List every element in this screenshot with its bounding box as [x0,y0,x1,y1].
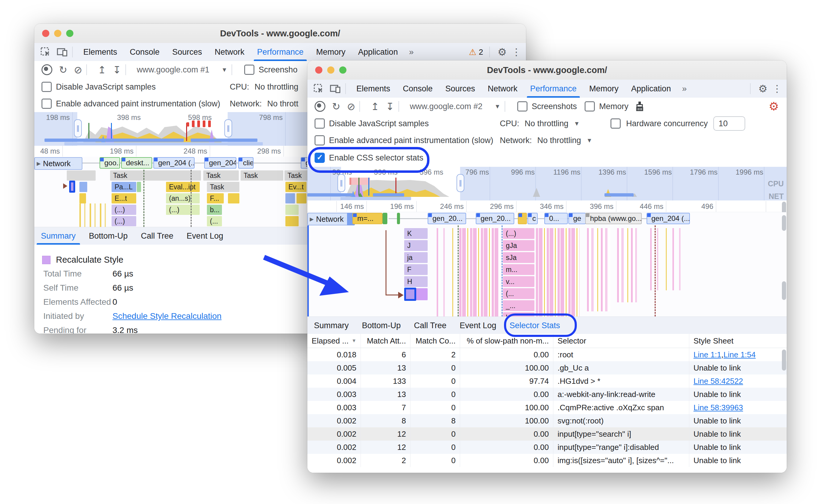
flame-block[interactable]: E...t [112,193,136,204]
bottom-tab-event-log[interactable]: Event Log [453,317,503,334]
close-button[interactable] [315,67,322,74]
paint-instrumentation-checkbox[interactable]: Enable advanced paint instrumentation (s… [41,99,220,109]
flame-block[interactable]: (...) [112,205,136,215]
tab-network[interactable]: Network [208,43,251,61]
network-request-pill[interactable] [518,213,527,224]
column-header-selector[interactable]: Selector [553,334,689,348]
paint-instrumentation-checkbox[interactable]: Enable advanced paint instrumentation (s… [315,135,493,145]
clear-icon[interactable]: ⊘ [74,65,82,75]
flame-block[interactable]: H [404,276,428,287]
cpu-throttle-select[interactable]: CPU: No throttling ▼ [500,119,580,128]
upload-profile-icon[interactable]: ↥ [371,102,379,112]
flame-block[interactable] [137,182,141,192]
minimize-button[interactable] [54,30,61,37]
scrollbar-thumb[interactable] [782,350,786,371]
flame-block[interactable]: Pa...L [112,182,136,192]
disable-js-checkbox[interactable]: Disable JavaScript samples [41,82,156,92]
css-selector-stats-checkbox[interactable]: Enable CSS selector stats [315,153,423,163]
bottom-tab-call-tree[interactable]: Call Tree [134,227,180,245]
flame-block[interactable] [228,193,239,204]
network-request-pill[interactable]: hpba (www.go... [585,213,642,224]
table-row[interactable]: 0.0021200.00input[type="search" i]Unable… [307,427,787,440]
minimize-button[interactable] [327,67,334,74]
checkbox[interactable] [315,118,325,129]
recording-select[interactable]: www.google.com #2 ▼ [410,102,500,111]
flame-block[interactable] [285,216,299,226]
tab-elements[interactable]: Elements [350,80,397,98]
tab-memory[interactable]: Memory [310,43,352,61]
network-request-pill[interactable]: deskt... [121,157,152,168]
flame-block[interactable]: v... [503,276,534,287]
network-request-pill[interactable] [397,213,400,224]
screenshots-checkbox[interactable]: Screensho [244,65,297,75]
tab-performance[interactable]: Performance [524,80,583,98]
bottom-tab-summary[interactable]: Summary [307,317,355,334]
settings-gear-icon[interactable]: ⚙ [494,46,510,58]
network-request-pill[interactable]: c [527,213,538,224]
flamechart[interactable]: e.com ▶ Network m=...gen_20...gen_20...c… [307,212,787,317]
flame-block[interactable]: Task [110,170,201,180]
zoom-button[interactable] [339,67,346,74]
recording-select[interactable]: www.google.com #1 ▼ [137,65,227,75]
tab-application[interactable]: Application [625,80,677,98]
flame-block[interactable] [67,170,96,180]
scrollbar-thumb[interactable] [782,215,786,231]
network-request-pill[interactable]: gen_204 (... [153,157,195,168]
timeline-overview[interactable]: 96 ms396 ms596 ms796 ms996 ms1196 ms1396… [307,167,787,201]
network-request-pill[interactable]: gen_204 (... [646,213,690,224]
flame-block[interactable]: (... [207,216,222,226]
screenshots-checkbox[interactable]: Screenshots [517,101,577,112]
flame-block[interactable]: (...) [112,216,136,226]
tab-memory[interactable]: Memory [583,80,625,98]
bottom-tab-event-log[interactable]: Event Log [180,227,230,245]
selection-handle-right[interactable]: ∥ [456,174,464,192]
close-button[interactable] [42,30,49,37]
selection-handle-right[interactable]: ∥ [224,119,232,137]
scrollbar-thumb[interactable] [782,281,786,300]
flame-block[interactable]: Ev...t [285,182,306,192]
flame-block[interactable]: _... [503,300,534,311]
tab-console[interactable]: Console [124,43,166,61]
kebab-menu-icon[interactable]: ⋮ [771,83,787,94]
upload-profile-icon[interactable]: ↥ [98,65,106,75]
memory-checkbox[interactable]: Memory [585,101,628,112]
column-header-elapsed[interactable]: Elapsed ...▼ [307,334,361,348]
flame-block[interactable]: gJa [503,240,534,251]
network-request-pill[interactable]: 0... [544,213,568,224]
zoom-button[interactable] [66,30,73,37]
network-request-pill[interactable]: gen_20... [428,213,466,224]
hardware-concurrency-control[interactable]: Hardware concurrency 10 [611,116,745,131]
table-row[interactable]: 0.018620.00:rootLine 1:1 , Line 1:54 [307,348,787,361]
network-request-pill[interactable]: m=... [352,213,383,224]
flame-block[interactable]: sJa [503,252,534,263]
flame-block[interactable]: F [404,264,428,275]
selection-handle-left[interactable]: ∥ [74,119,82,137]
initiator-link[interactable]: Schedule Style Recalculation [112,311,222,321]
network-request-pill[interactable]: gen_20... [476,213,514,224]
settings-gear-alert-icon[interactable]: ⚙ [765,100,783,113]
column-header-style-sheet[interactable]: Style Sheet [689,334,787,348]
flame-block[interactable]: (... [503,288,534,299]
record-icon[interactable] [315,101,325,112]
network-request-pill[interactable]: clie [238,157,253,168]
table-row[interactable]: 0.005130100.00.gb_Uc aUnable to link [307,361,787,374]
table-row[interactable]: 0.004133097.74.HG1dvd > *Line 58:42522 [307,374,787,388]
settings-gear-icon[interactable]: ⚙ [755,83,771,95]
stylesheet-link[interactable]: Line 58:42522 [694,377,743,386]
checkbox-checked[interactable] [315,153,325,163]
table-row[interactable]: 0.0021200.00input[type="range" i]:disabl… [307,440,787,454]
flame-block[interactable]: l [503,312,534,317]
flame-block[interactable] [79,193,86,204]
kebab-menu-icon[interactable]: ⋮ [510,46,526,58]
bottom-tab-call-tree[interactable]: Call Tree [408,317,453,334]
download-profile-icon[interactable]: ↧ [386,102,394,112]
stylesheet-link[interactable]: Line 1:1 [694,350,721,359]
tab-console[interactable]: Console [397,80,439,98]
tab-performance[interactable]: Performance [251,43,310,61]
network-request-pill[interactable]: gen_204 [204,157,236,168]
flame-block[interactable]: (...) [166,205,200,215]
disable-js-checkbox[interactable]: Disable JavaScript samples [315,118,429,129]
flame-block[interactable] [285,193,295,204]
flame-block[interactable]: (...) [503,228,534,239]
bottom-tab-summary[interactable]: Summary [34,227,82,245]
